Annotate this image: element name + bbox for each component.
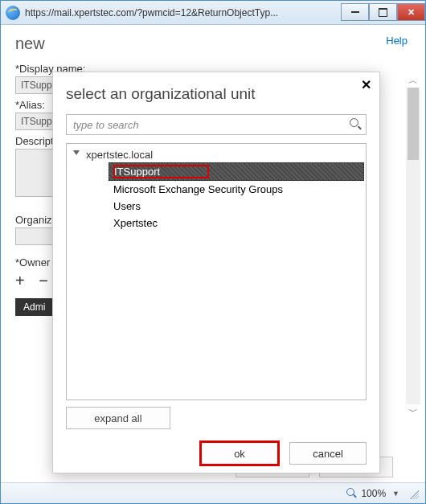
search-input[interactable]: [66, 114, 367, 135]
search-icon[interactable]: [350, 118, 362, 130]
caret-down-icon[interactable]: [73, 150, 80, 155]
tree-children: ITSupport Microsoft Exchange Security Gr…: [109, 162, 364, 232]
ou-tree[interactable]: xpertstec.local ITSupport Microsoft Exch…: [66, 143, 367, 400]
minimize-button[interactable]: [341, 3, 369, 21]
tree-root[interactable]: xpertstec.local ITSupport Microsoft Exch…: [68, 149, 364, 232]
ie-icon: [6, 6, 20, 20]
zoom-icon[interactable]: [346, 488, 358, 499]
tree-item-label: Xpertstec: [113, 217, 158, 229]
resize-grip-icon[interactable]: [408, 488, 419, 499]
dialog-title: select an organizational unit: [66, 85, 367, 103]
scroll-down-icon[interactable]: ﹀: [406, 404, 420, 419]
tree-item-xpertstec[interactable]: Xpertstec: [109, 215, 364, 232]
tree-item-label: Microsoft Exchange Security Groups: [113, 183, 283, 195]
ok-button[interactable]: ok: [201, 442, 278, 465]
browser-window: https://mail.xpertstec.com/?pwmcid=12&Re…: [0, 0, 426, 504]
search-wrap: [66, 114, 367, 135]
expand-all-button[interactable]: expand all: [66, 407, 170, 429]
scroll-thumb[interactable]: [408, 88, 419, 160]
tree-item-label: ITSupport: [114, 166, 208, 178]
maximize-button[interactable]: [369, 3, 397, 21]
tree-item-users[interactable]: Users: [109, 198, 364, 215]
ou-picker-dialog: ✕ select an organizational unit xpertste…: [52, 72, 380, 473]
tree-item-label: Users: [113, 200, 141, 212]
scroll-up-icon[interactable]: ︿: [406, 73, 420, 88]
tree-item-itsupport[interactable]: ITSupport: [109, 162, 364, 181]
dialog-close-button[interactable]: ✕: [361, 77, 371, 92]
scroll-track[interactable]: [406, 88, 420, 404]
window-controls: [341, 4, 425, 21]
address-url[interactable]: https://mail.xpertstec.com/?pwmcid=12&Re…: [25, 7, 341, 18]
zoom-level[interactable]: 100%: [361, 488, 386, 499]
page-content: Help new *Display name: *Alias: Descript…: [1, 25, 425, 482]
dialog-buttons: ok cancel: [66, 442, 367, 465]
zoom-dropdown-icon[interactable]: ▼: [392, 490, 399, 498]
window-close-button[interactable]: [397, 3, 425, 21]
titlebar: https://mail.xpertstec.com/?pwmcid=12&Re…: [1, 1, 425, 25]
status-bar: 100% ▼: [1, 482, 425, 503]
page-scrollbar[interactable]: ︿ ﹀: [406, 73, 420, 419]
dialog-cancel-button[interactable]: cancel: [289, 442, 367, 465]
admin-chip[interactable]: Admi: [15, 298, 53, 316]
tree-root-label[interactable]: xpertstec.local: [86, 149, 153, 161]
tree-item-exchange-security[interactable]: Microsoft Exchange Security Groups: [109, 181, 364, 198]
page-title: new: [15, 35, 417, 53]
help-link[interactable]: Help: [386, 35, 408, 47]
add-remove-icons[interactable]: + −: [15, 272, 53, 290]
